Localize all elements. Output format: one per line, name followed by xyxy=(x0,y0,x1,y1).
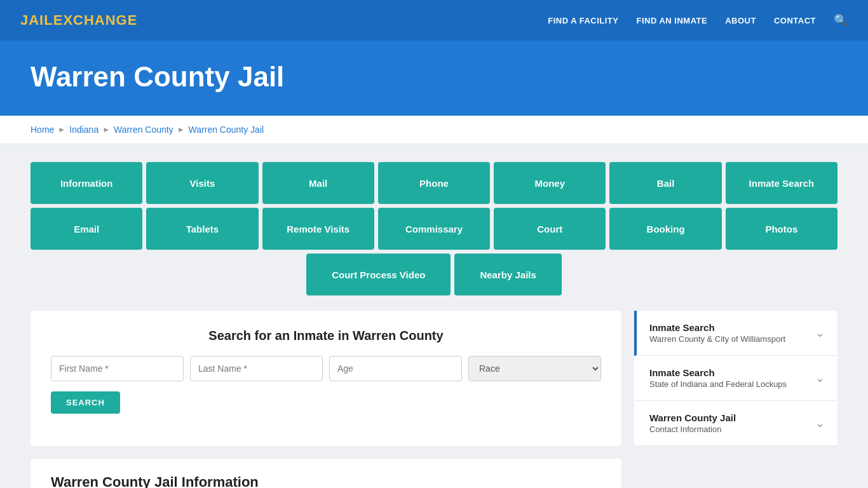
nav-find-facility[interactable]: FIND A FACILITY xyxy=(548,16,618,25)
btn-court-process-video[interactable]: Court Process Video xyxy=(306,254,451,295)
search-button[interactable]: SEARCH xyxy=(51,391,120,414)
sidebar-item-indiana[interactable]: Inmate Search State of Indiana and Feder… xyxy=(634,356,837,401)
navbar: JAILEXCHANGE FIND A FACILITY FIND AN INM… xyxy=(0,0,868,41)
search-fields: Race White Black Hispanic Asian Other xyxy=(51,356,601,381)
sidebar-subtitle-warren: Warren County & City of Williamsport xyxy=(649,334,785,344)
breadcrumb-sep-3: ► xyxy=(177,125,185,134)
button-grid-row1: Information Visits Mail Phone Money Bail… xyxy=(31,162,837,204)
chevron-down-icon: ⌄ xyxy=(815,326,825,340)
search-icon[interactable]: 🔍 xyxy=(834,13,848,27)
btn-email[interactable]: Email xyxy=(31,208,142,250)
nav-contact[interactable]: CONTACT xyxy=(774,16,816,25)
btn-mail[interactable]: Mail xyxy=(262,162,374,204)
sidebar-title-contact: Warren County Jail xyxy=(649,412,736,423)
btn-information[interactable]: Information xyxy=(31,162,142,204)
logo[interactable]: JAILEXCHANGE xyxy=(20,12,137,29)
breadcrumb-warren-county[interactable]: Warren County xyxy=(114,125,173,135)
main-area: Information Visits Mail Phone Money Bail… xyxy=(0,144,868,488)
breadcrumb-indiana[interactable]: Indiana xyxy=(69,125,98,135)
btn-tablets[interactable]: Tablets xyxy=(146,208,258,250)
btn-bail[interactable]: Bail xyxy=(609,162,721,204)
btn-booking[interactable]: Booking xyxy=(609,208,721,250)
sidebar-subtitle-indiana: State of Indiana and Federal Lockups xyxy=(649,379,787,389)
bottom-sidebar-spacer xyxy=(634,452,837,488)
sidebar: Inmate Search Warren County & City of Wi… xyxy=(634,311,837,446)
logo-jail: JAIL xyxy=(20,12,53,28)
last-name-input[interactable] xyxy=(190,356,323,381)
content-row: Search for an Inmate in Warren County Ra… xyxy=(31,311,837,446)
breadcrumb-home[interactable]: Home xyxy=(31,125,54,135)
chevron-down-icon-3: ⌄ xyxy=(815,416,825,430)
search-title: Search for an Inmate in Warren County xyxy=(51,329,601,343)
nav-find-inmate[interactable]: FIND AN INMATE xyxy=(636,16,707,25)
btn-commissary[interactable]: Commissary xyxy=(378,208,490,250)
btn-remote-visits[interactable]: Remote Visits xyxy=(262,208,374,250)
bottom-row: Warren County Jail Information xyxy=(31,452,837,488)
breadcrumb-bar: Home ► Indiana ► Warren County ► Warren … xyxy=(0,116,868,144)
bottom-title: Warren County Jail Information xyxy=(51,474,601,488)
hero-section: Warren County Jail xyxy=(0,41,868,116)
breadcrumb-sep-2: ► xyxy=(102,125,110,134)
logo-exchange-rest: XCHANGE xyxy=(63,12,137,28)
bottom-info-card: Warren County Jail Information xyxy=(31,459,621,488)
sidebar-title-warren: Inmate Search xyxy=(649,322,785,333)
logo-exchange-x: E xyxy=(53,12,64,28)
race-select[interactable]: Race White Black Hispanic Asian Other xyxy=(468,356,601,381)
sidebar-item-contact[interactable]: Warren County Jail Contact Information ⌄ xyxy=(634,401,837,446)
btn-visits[interactable]: Visits xyxy=(146,162,258,204)
breadcrumb-current: Warren County Jail xyxy=(189,125,264,135)
sidebar-subtitle-contact: Contact Information xyxy=(649,424,736,434)
breadcrumb: Home ► Indiana ► Warren County ► Warren … xyxy=(31,125,837,135)
chevron-down-icon-2: ⌄ xyxy=(815,371,825,385)
breadcrumb-sep-1: ► xyxy=(58,125,65,134)
btn-inmate-search[interactable]: Inmate Search xyxy=(726,162,837,204)
sidebar-title-indiana: Inmate Search xyxy=(649,367,787,378)
btn-photos[interactable]: Photos xyxy=(726,208,837,250)
btn-money[interactable]: Money xyxy=(494,162,606,204)
button-grid-row3: Court Process Video Nearby Jails xyxy=(31,254,837,295)
button-grid-row2: Email Tablets Remote Visits Commissary C… xyxy=(31,208,837,250)
age-input[interactable] xyxy=(329,356,462,381)
sidebar-item-warren[interactable]: Inmate Search Warren County & City of Wi… xyxy=(634,311,837,356)
btn-nearby-jails[interactable]: Nearby Jails xyxy=(454,254,561,295)
page-title: Warren County Jail xyxy=(31,61,837,93)
first-name-input[interactable] xyxy=(51,356,184,381)
inmate-search-card: Search for an Inmate in Warren County Ra… xyxy=(31,311,621,446)
btn-phone[interactable]: Phone xyxy=(378,162,490,204)
nav-links: FIND A FACILITY FIND AN INMATE ABOUT CON… xyxy=(548,13,848,27)
nav-about[interactable]: ABOUT xyxy=(725,16,756,25)
btn-court[interactable]: Court xyxy=(494,208,606,250)
